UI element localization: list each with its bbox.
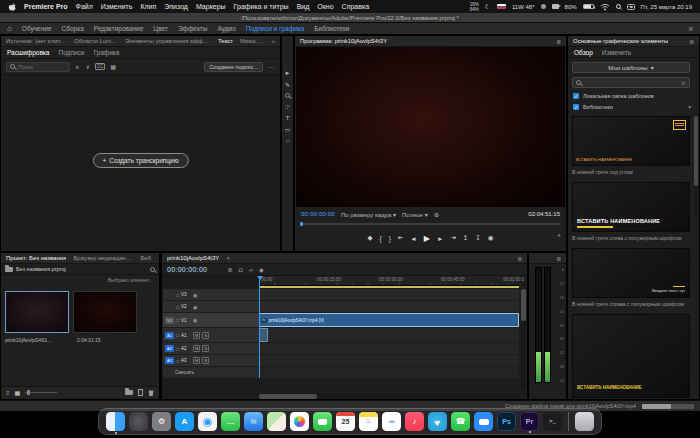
lift-icon[interactable]: ↥ bbox=[463, 234, 468, 242]
dock-icon-mail[interactable]: ✉ bbox=[244, 412, 263, 431]
track-header-a1[interactable]: A1 □ A1 M S bbox=[163, 328, 259, 342]
zoom-slider[interactable] bbox=[25, 392, 57, 393]
track-badge[interactable]: V3 bbox=[181, 292, 191, 297]
track-header-v3[interactable]: □ V3 ◉ bbox=[163, 289, 259, 300]
dock-icon-app-store[interactable]: A bbox=[175, 412, 194, 431]
export-frame-icon[interactable]: ◉ bbox=[488, 234, 494, 242]
tab-lumetri-scopes[interactable]: Области Lumetri bbox=[74, 38, 118, 44]
step-forward-icon[interactable]: ► bbox=[437, 235, 443, 242]
step-back-icon[interactable]: ◄ bbox=[410, 235, 416, 242]
lock-icon[interactable]: □ bbox=[176, 292, 179, 298]
eg-scrollbar[interactable] bbox=[694, 116, 698, 216]
lane-a2[interactable] bbox=[259, 343, 519, 354]
hand-tool-icon[interactable]: ☞ bbox=[285, 103, 290, 110]
dock-icon-facetime[interactable] bbox=[313, 412, 332, 431]
timeline-settings-icon[interactable]: ≣ bbox=[227, 266, 232, 273]
panel-menu-icon[interactable]: ≣ bbox=[556, 255, 561, 262]
template-thumbnail[interactable]: Введите текст тут bbox=[572, 248, 690, 298]
track-badge[interactable]: A3 bbox=[181, 358, 191, 363]
workspace-learning[interactable]: Обучение bbox=[22, 25, 52, 32]
source-patch-a1[interactable]: A1 bbox=[165, 332, 174, 339]
menu-window[interactable]: Окно bbox=[317, 3, 333, 10]
dock-icon-calendar[interactable]: 25 bbox=[336, 412, 355, 431]
solo-button[interactable]: S bbox=[202, 357, 209, 364]
pen-tool-icon[interactable]: ✎ bbox=[285, 81, 290, 88]
timeline-current-timecode[interactable]: 00:00:00:00 bbox=[167, 266, 207, 273]
create-captions-button[interactable]: Создание подпис... bbox=[204, 62, 263, 72]
workspace-captions-graphics[interactable]: Подписи и графика bbox=[246, 25, 304, 32]
type-tool-icon[interactable]: T bbox=[286, 115, 290, 121]
dock-icon-settings[interactable]: ⚙ bbox=[152, 412, 171, 431]
chevron-down-icon[interactable]: ▾ bbox=[688, 104, 691, 110]
dock-icon-telegram[interactable]: ▶ bbox=[428, 412, 447, 431]
dock-icon-music[interactable]: ♪ bbox=[405, 412, 424, 431]
lock-icon[interactable]: □ bbox=[176, 332, 179, 338]
linked-selection-icon[interactable]: ∞ bbox=[249, 267, 253, 273]
track-header-a2[interactable]: A2 □ A2 M S bbox=[163, 343, 259, 354]
tab-text[interactable]: Текст bbox=[218, 38, 233, 44]
template-thumbnail[interactable]: ВСТАВИТЬ НАИМЕНОВАНИЕ bbox=[572, 314, 690, 398]
play-icon[interactable]: ▶ bbox=[424, 234, 430, 243]
sequence-tab[interactable]: prink10jAovlpS4t3Y bbox=[167, 255, 219, 261]
track-badge[interactable]: V1 bbox=[181, 318, 191, 323]
dock-icon-finder[interactable] bbox=[106, 412, 125, 431]
mute-button[interactable]: M bbox=[193, 345, 200, 352]
solo-button[interactable]: S bbox=[202, 345, 209, 352]
overflow-icon[interactable]: ⋯ bbox=[267, 63, 275, 70]
track-badge[interactable]: A2 bbox=[181, 346, 191, 351]
program-current-timecode[interactable]: 00:00:00:00 bbox=[301, 211, 335, 217]
battery-icon[interactable] bbox=[583, 4, 594, 9]
lane-mix[interactable] bbox=[259, 367, 519, 378]
program-tab[interactable]: Программа: prink10jAovlpS4t3Y bbox=[300, 38, 387, 44]
source-patch-v1[interactable]: V1 bbox=[165, 317, 174, 324]
checkbox-checked[interactable]: ✓ bbox=[573, 93, 579, 99]
scrubber-playhead[interactable] bbox=[300, 222, 303, 226]
fit-dropdown[interactable]: По размеру кадра ▾ bbox=[341, 211, 396, 218]
new-item-icon[interactable] bbox=[138, 389, 143, 396]
dock-icon-safari[interactable]: ◉ bbox=[198, 412, 217, 431]
settings-gear-icon[interactable]: ⚙ bbox=[434, 211, 439, 218]
icon-view-icon[interactable]: ▦ bbox=[15, 389, 21, 396]
menu-edit[interactable]: Изменить bbox=[101, 3, 133, 10]
track-badge[interactable]: V2 bbox=[181, 304, 191, 309]
tab-project[interactable]: Проект: Без названия bbox=[6, 255, 66, 261]
close-icon[interactable]: × bbox=[226, 255, 230, 261]
workspace-color[interactable]: Цвет bbox=[153, 25, 168, 32]
menu-sequence[interactable]: Эпизод bbox=[164, 3, 188, 10]
spotlight-search-icon[interactable] bbox=[616, 4, 621, 9]
menu-file[interactable]: Файл bbox=[76, 3, 93, 10]
add-marker-icon[interactable]: ◆ bbox=[259, 266, 264, 273]
next-match-icon[interactable]: ∨ bbox=[84, 63, 90, 70]
dock-icon-zoom[interactable] bbox=[474, 412, 493, 431]
workspace-effects[interactable]: Эффекты bbox=[178, 25, 208, 32]
track-badge[interactable]: A1 bbox=[181, 333, 191, 338]
moon-icon[interactable]: ☾ bbox=[485, 3, 491, 11]
track-header-v2[interactable]: □ V2 ◉ bbox=[163, 301, 259, 312]
project-bin-row[interactable]: Без названия.prproj bbox=[1, 264, 159, 275]
search-icon[interactable] bbox=[150, 267, 155, 272]
panel-menu-icon[interactable]: ≣ bbox=[689, 38, 694, 45]
my-templates-dropdown[interactable]: Мои шаблоны▾ bbox=[572, 62, 690, 73]
lane-a3[interactable] bbox=[259, 355, 519, 366]
lock-icon[interactable]: □ bbox=[176, 346, 179, 352]
mark-in-icon[interactable]: { bbox=[380, 235, 382, 242]
record-dot-icon[interactable] bbox=[541, 4, 546, 9]
lock-icon[interactable]: □ bbox=[176, 317, 179, 323]
menu-help[interactable]: Справка bbox=[342, 3, 369, 10]
program-scrubber[interactable] bbox=[300, 222, 561, 226]
tab-libraries[interactable]: Биб bbox=[140, 255, 151, 261]
tab-effect-controls[interactable]: Элементы управления эффектами bbox=[125, 38, 211, 44]
eg-tab-browse[interactable]: Обзор bbox=[574, 49, 593, 56]
mark-out-icon[interactable]: } bbox=[389, 235, 391, 242]
menu-markers[interactable]: Маркеры bbox=[196, 3, 226, 10]
menu-view[interactable]: Вид bbox=[297, 3, 310, 10]
subtab-transcript[interactable]: Расшифровка bbox=[7, 49, 49, 56]
dock-icon-premiere[interactable]: Pr bbox=[520, 412, 539, 431]
home-icon[interactable]: ⌂ bbox=[7, 24, 12, 33]
libraries-checkbox-row[interactable]: ✓ Библиотеки ▾ bbox=[573, 104, 691, 110]
panel-menu-icon[interactable]: ≣ bbox=[556, 38, 561, 45]
snap-icon[interactable]: Ω bbox=[238, 267, 243, 273]
prev-match-icon[interactable]: ∧ bbox=[74, 63, 80, 70]
menu-graphics[interactable]: Графика и титры bbox=[234, 3, 289, 10]
timeline-vscrollbar[interactable] bbox=[521, 289, 526, 389]
